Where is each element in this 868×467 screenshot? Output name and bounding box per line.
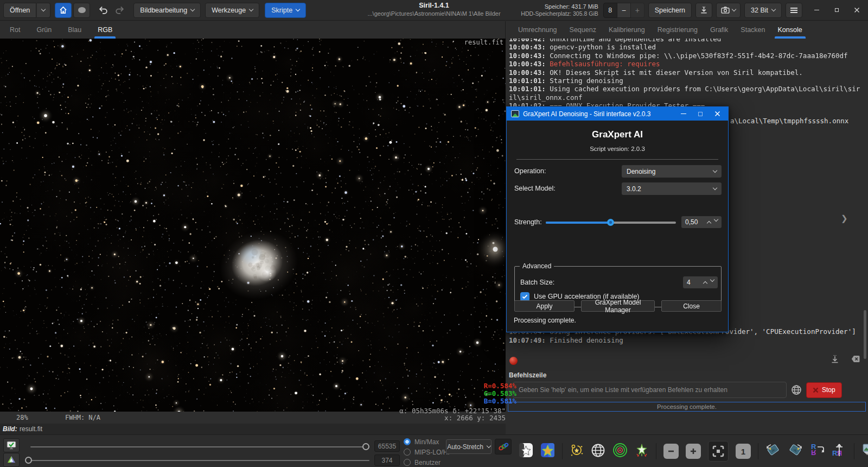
- dialog-close-button[interactable]: [714, 109, 720, 119]
- thread-decrement-button[interactable]: −: [617, 3, 631, 18]
- redo-icon: [115, 6, 125, 14]
- bildbearbeitung-menu-button[interactable]: Bildbearbeitung: [133, 3, 201, 18]
- radio-mips[interactable]: MIPS-LO/HI: [404, 447, 450, 457]
- flip-vertical-button[interactable]: RR: [810, 443, 825, 460]
- batch-size-spinbox[interactable]: 4: [683, 276, 718, 288]
- display-mode-button[interactable]: [3, 438, 20, 452]
- rotate-cw-button[interactable]: [788, 443, 803, 460]
- console-scrollbar[interactable]: [864, 310, 866, 359]
- undo-button[interactable]: [94, 3, 111, 18]
- app-title: Siril-1.4.1: [293, 2, 575, 10]
- tab-grün[interactable]: Grün: [36, 21, 52, 39]
- tab-konsole[interactable]: Konsole: [778, 21, 802, 39]
- close-button[interactable]: [848, 3, 865, 18]
- comet-button[interactable]: [635, 443, 649, 460]
- save-button[interactable]: Speichern: [648, 3, 692, 18]
- bit-depth-button[interactable]: 32 Bit: [744, 3, 782, 18]
- tab-registrierung[interactable]: Registrierung: [658, 21, 698, 39]
- toolbar-separator: [656, 443, 656, 459]
- tab-rot[interactable]: Rot: [10, 21, 20, 39]
- flip-horizontal-button[interactable]: RR: [832, 443, 847, 460]
- command-input[interactable]: [513, 382, 787, 398]
- view-toolbar: 1 RR RR: [519, 435, 868, 467]
- maximize-button[interactable]: [828, 3, 845, 18]
- tab-sequenz[interactable]: Sequenz: [570, 21, 596, 39]
- hi-slider-handle[interactable]: [362, 443, 369, 450]
- console-fragment-onnx-path: a\Local\Temp\tmpphfssssh.onnx: [730, 117, 848, 125]
- spin-down-icon[interactable]: [714, 217, 718, 221]
- color-profile-button[interactable]: [3, 453, 20, 467]
- dialog-minimize-button[interactable]: [681, 113, 686, 115]
- astrometry-button[interactable]: [570, 443, 584, 459]
- progress-statusbar: Processing complete.: [508, 402, 866, 412]
- toolbar-separator: [854, 443, 854, 459]
- image-list-button[interactable]: [861, 443, 868, 460]
- record-dot-icon[interactable]: [509, 357, 518, 365]
- photometry-toggle-button[interactable]: [519, 442, 533, 460]
- fwhm-value: FWHM: N/A: [65, 414, 100, 421]
- thread-increment-button[interactable]: +: [631, 3, 644, 18]
- console-log[interactable]: 10:00:42: onnxruntime and dependencies a…: [509, 39, 860, 110]
- zoom-in-button[interactable]: [686, 444, 701, 459]
- target-button[interactable]: [612, 443, 628, 460]
- graxpert-dialog-titlebar[interactable]: GraXpert AI Denoising - Siril interface …: [507, 107, 728, 121]
- hi-slider[interactable]: [30, 446, 369, 447]
- open-dropdown-button[interactable]: [36, 3, 50, 18]
- strength-slider-handle[interactable]: [607, 219, 614, 226]
- star-mask-button[interactable]: [540, 442, 555, 460]
- open-button[interactable]: Öffnen: [3, 3, 36, 18]
- apply-button[interactable]: Apply: [514, 300, 575, 312]
- operation-dropdown[interactable]: Denoising: [622, 165, 722, 178]
- radio-minmax[interactable]: Min/Max: [404, 437, 450, 447]
- pixel-b-value: B=0.581%: [423, 397, 516, 405]
- tab-stacken[interactable]: Stacken: [741, 21, 765, 39]
- open-caret-icon: [41, 7, 46, 11]
- tab-umrechnung[interactable]: Umrechnung: [518, 21, 557, 39]
- radio-mips-icon: [404, 449, 411, 456]
- image-viewport[interactable]: result.fit: [0, 39, 506, 412]
- lo-slider[interactable]: [27, 460, 369, 461]
- home-button[interactable]: [55, 3, 72, 18]
- svg-text:R: R: [811, 449, 816, 457]
- clear-console-button[interactable]: [851, 355, 860, 365]
- processing-indicator-button[interactable]: [73, 3, 90, 18]
- tab-rgb[interactable]: RGB: [98, 21, 112, 39]
- rotate-ccw-button[interactable]: [765, 443, 781, 460]
- web-search-button[interactable]: [591, 443, 605, 460]
- zoom-out-button[interactable]: [663, 444, 679, 459]
- strength-spinbox[interactable]: 0,50: [681, 216, 722, 228]
- radio-benutzer[interactable]: Benutzer: [404, 457, 450, 467]
- lo-value-box[interactable]: 374: [374, 455, 400, 466]
- online-help-button[interactable]: [788, 382, 805, 398]
- spin-down-icon[interactable]: [710, 277, 714, 281]
- tab-grafik[interactable]: Grafik: [710, 21, 728, 39]
- stop-x-icon: [813, 387, 819, 393]
- export-log-button[interactable]: [831, 355, 839, 365]
- dialog-close-action-button[interactable]: Close: [661, 300, 722, 312]
- link-channels-button[interactable]: [495, 439, 512, 455]
- hi-value-box[interactable]: 65535: [374, 440, 400, 452]
- stop-button[interactable]: Stop: [806, 382, 842, 398]
- export-button[interactable]: [695, 3, 712, 18]
- zoom-100-button[interactable]: 1: [736, 444, 751, 459]
- redo-button[interactable]: [111, 3, 128, 18]
- model-dropdown[interactable]: 3.0.2: [622, 182, 722, 195]
- tab-blau[interactable]: Blau: [68, 21, 81, 39]
- comet-icon: [635, 443, 649, 458]
- spin-up-icon[interactable]: [703, 281, 707, 285]
- model-manager-button[interactable]: GraXpert Model Manager: [581, 300, 655, 312]
- lo-slider-handle[interactable]: [25, 457, 32, 464]
- hamburger-menu-button[interactable]: [786, 3, 802, 18]
- command-line-label: Befehlszeile: [509, 371, 546, 379]
- stretch-mode-dropdown[interactable]: Auto-Stretch: [446, 439, 492, 454]
- strength-slider[interactable]: [546, 222, 676, 224]
- dialog-maximize-button[interactable]: [698, 112, 703, 116]
- snapshot-button[interactable]: [716, 3, 741, 18]
- fit-to-view-button[interactable]: [708, 441, 729, 462]
- minimize-button[interactable]: [808, 3, 825, 18]
- werkzeuge-menu-button[interactable]: Werkzeuge: [205, 3, 259, 18]
- tab-kalibrierung[interactable]: Kalibrierung: [609, 21, 645, 39]
- graxpert-app-icon: [511, 110, 519, 117]
- spin-up-icon[interactable]: [707, 220, 711, 225]
- panel-expand-chevron-icon[interactable]: ❯: [841, 213, 848, 223]
